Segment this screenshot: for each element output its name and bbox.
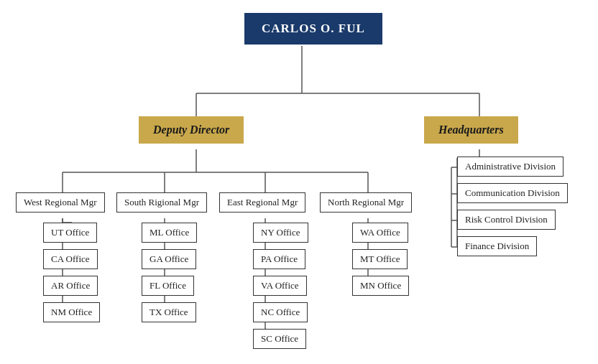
deputy-label: Deputy Director	[139, 116, 244, 144]
ar-label: AR Office	[43, 276, 98, 296]
pa-node: PA Office	[253, 249, 305, 269]
north-label: North Regional Mgr	[320, 192, 412, 213]
finance-node: Finance Division	[457, 236, 537, 256]
east-node: East Regional Mgr	[219, 192, 305, 213]
nc-node: NC Office	[253, 302, 308, 322]
admin-label: Administrative Division	[457, 157, 564, 177]
west-node: West Regional Mgr	[16, 192, 105, 213]
tx-label: TX Office	[142, 302, 196, 322]
va-node: VA Office	[253, 276, 307, 296]
deputy-node: Deputy Director	[139, 116, 244, 144]
comm-label: Communication Division	[457, 183, 568, 203]
hq-node: Headquarters	[424, 116, 518, 144]
admin-node: Administrative Division	[457, 157, 564, 177]
ny-node: NY Office	[253, 223, 308, 243]
mt-label: MT Office	[352, 249, 408, 269]
nm-node: NM Office	[43, 302, 100, 322]
ml-label: ML Office	[142, 223, 197, 243]
sc-node: SC Office	[253, 329, 306, 349]
ca-label: CA Office	[43, 249, 98, 269]
sc-label: SC Office	[253, 329, 306, 349]
nc-label: NC Office	[253, 302, 308, 322]
risk-node: Risk Control Division	[457, 210, 556, 230]
fl-node: FL Office	[142, 276, 194, 296]
mn-node: MN Office	[352, 276, 409, 296]
ar-node: AR Office	[43, 276, 98, 296]
tx-node: TX Office	[142, 302, 196, 322]
ut-label: UT Office	[43, 223, 97, 243]
north-node: North Regional Mgr	[320, 192, 412, 213]
finance-label: Finance Division	[457, 236, 537, 256]
va-label: VA Office	[253, 276, 307, 296]
ut-node: UT Office	[43, 223, 97, 243]
wa-node: WA Office	[352, 223, 408, 243]
comm-node: Communication Division	[457, 183, 568, 203]
org-chart: CARLOS O. FUL Deputy Director Headquarte…	[0, 0, 598, 364]
pa-label: PA Office	[253, 249, 305, 269]
mt-node: MT Office	[352, 249, 408, 269]
south-node: South Rigional Mgr	[116, 192, 207, 213]
root-label: CARLOS O. FUL	[244, 13, 382, 45]
ml-node: ML Office	[142, 223, 197, 243]
mn-label: MN Office	[352, 276, 409, 296]
west-label: West Regional Mgr	[16, 192, 105, 213]
south-label: South Rigional Mgr	[116, 192, 207, 213]
east-label: East Regional Mgr	[219, 192, 305, 213]
hq-label: Headquarters	[424, 116, 518, 144]
risk-label: Risk Control Division	[457, 210, 556, 230]
ga-node: GA Office	[142, 249, 196, 269]
ca-node: CA Office	[43, 249, 98, 269]
nm-label: NM Office	[43, 302, 100, 322]
ny-label: NY Office	[253, 223, 308, 243]
root-node: CARLOS O. FUL	[244, 13, 382, 45]
wa-label: WA Office	[352, 223, 408, 243]
fl-label: FL Office	[142, 276, 194, 296]
ga-label: GA Office	[142, 249, 196, 269]
